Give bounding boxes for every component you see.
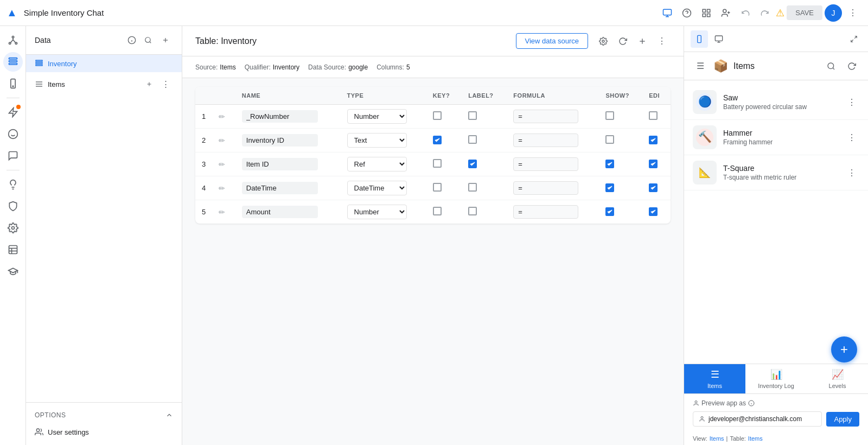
formula-input[interactable] [513,157,578,171]
item-more-btn[interactable]: ⋮ [844,130,859,145]
label-checkbox[interactable] [468,207,477,215]
formula-input[interactable] [513,134,578,147]
rail-lightning-icon[interactable] [3,103,23,122]
field-name-input[interactable] [242,158,318,170]
row-formula[interactable] [507,129,599,152]
row-formula[interactable] [507,200,599,224]
row-label[interactable] [462,105,507,129]
row-edi[interactable] [642,176,671,200]
show-checkbox[interactable] [605,183,614,192]
rail-data-icon[interactable] [3,52,23,72]
panel-refresh-btn[interactable] [844,59,859,74]
show-checkbox[interactable] [605,135,614,144]
rail-workflow-icon[interactable] [3,30,23,50]
key-checkbox[interactable] [433,159,442,168]
field-name-input[interactable] [242,110,318,123]
row-name[interactable] [235,176,341,200]
search-data-button[interactable] [141,33,156,48]
list-item[interactable]: 🔵 Saw Battery powered circular saw ⋮ [684,85,868,120]
row-key[interactable] [426,129,462,152]
datasource-settings-btn[interactable] [595,33,612,50]
grid-icon-btn[interactable] [698,4,715,22]
row-name[interactable] [235,129,341,152]
panel-search-btn[interactable] [824,59,839,74]
panel-menu-btn[interactable]: ☰ [693,59,708,74]
rail-table-icon[interactable] [3,240,23,259]
field-type-select[interactable]: Number Text Ref DateTime [347,181,407,195]
save-button[interactable]: SAVE [787,5,822,20]
more-options-icon-btn[interactable]: ⋮ [844,4,861,22]
label-checkbox[interactable] [468,160,477,168]
row-show[interactable] [599,129,642,152]
row-type[interactable]: Number Text Ref DateTime [341,176,426,200]
key-checkbox[interactable] [433,136,442,144]
row-key[interactable] [426,105,462,129]
help-icon-btn[interactable] [678,4,695,22]
field-type-select[interactable]: Number Text Ref DateTime [347,205,407,219]
show-checkbox[interactable] [605,160,614,168]
row-edit-icon[interactable]: ✏ [212,129,235,152]
show-checkbox[interactable] [605,207,614,216]
row-show[interactable] [599,105,642,129]
row-name[interactable] [235,152,341,176]
tab-inventory-log[interactable]: 📊 Inventory Log [745,364,807,393]
row-show[interactable] [599,176,642,200]
rail-bulb-icon[interactable] [3,175,23,194]
row-edit-icon[interactable]: ✏ [212,176,235,200]
row-show[interactable] [599,200,642,224]
breadcrumb-view-link[interactable]: Items [710,435,724,442]
row-key[interactable] [426,176,462,200]
redo-icon-btn[interactable] [756,4,774,22]
view-datasource-button[interactable]: View data source [516,33,589,49]
user-avatar[interactable]: J [825,4,842,22]
refresh-btn[interactable] [614,33,631,50]
expand-panel-btn[interactable] [846,31,861,47]
edit-checkbox[interactable] [649,183,658,192]
row-edit-icon[interactable]: ✏ [212,200,235,224]
mobile-view-btn[interactable] [691,30,708,48]
key-checkbox[interactable] [433,111,442,120]
label-checkbox[interactable] [468,183,477,192]
undo-icon-btn[interactable] [737,4,754,22]
rail-face-icon[interactable] [3,124,23,144]
edit-checkbox[interactable] [649,207,658,216]
row-formula[interactable] [507,152,599,176]
field-type-select[interactable]: Number Text Ref DateTime [347,133,407,148]
row-formula[interactable] [507,176,599,200]
row-edi[interactable] [642,105,671,129]
row-name[interactable] [235,105,341,129]
field-name-input[interactable] [242,182,318,194]
formula-input[interactable] [513,205,578,219]
item-more-btn[interactable]: ⋮ [844,165,859,180]
add-data-button[interactable] [158,33,173,48]
row-type[interactable]: Number Text Ref DateTime [341,200,426,224]
label-checkbox[interactable] [468,111,477,120]
row-key[interactable] [426,200,462,224]
preview-email-display[interactable]: jdeveloper@christianschalk.com [693,411,822,427]
list-item[interactable]: 📐 T-Square T-square with metric ruler ⋮ [684,155,868,190]
edit-checkbox[interactable] [649,160,658,168]
item-more-btn[interactable]: ⋮ [844,94,859,110]
breadcrumb-table-link[interactable]: Items [748,435,763,442]
row-formula[interactable] [507,105,599,129]
row-label[interactable] [462,176,507,200]
more-table-btn[interactable]: ⋮ [653,33,671,50]
row-edi[interactable] [642,152,671,176]
sidebar-item-items[interactable]: Items ⋮ [26,72,182,96]
field-type-select[interactable]: Number Text Ref DateTime [347,157,407,171]
rail-settings-icon[interactable] [3,218,23,238]
row-label[interactable] [462,200,507,224]
sidebar-item-inventory[interactable]: Inventory [26,55,182,72]
person-add-icon-btn[interactable] [717,4,735,22]
apply-button[interactable]: Apply [826,412,859,427]
row-edi[interactable] [642,129,671,152]
row-edi[interactable] [642,200,671,224]
row-edit-icon[interactable]: ✏ [212,105,235,129]
options-header[interactable]: oPTIONS [26,407,182,423]
add-item-fab[interactable]: + [831,336,857,363]
show-checkbox[interactable] [605,111,614,120]
row-type[interactable]: Number Text Ref DateTime [341,152,426,176]
row-label[interactable] [462,152,507,176]
tab-levels[interactable]: 📈 Levels [807,364,868,393]
row-type[interactable]: Number Text Ref DateTime [341,129,426,152]
